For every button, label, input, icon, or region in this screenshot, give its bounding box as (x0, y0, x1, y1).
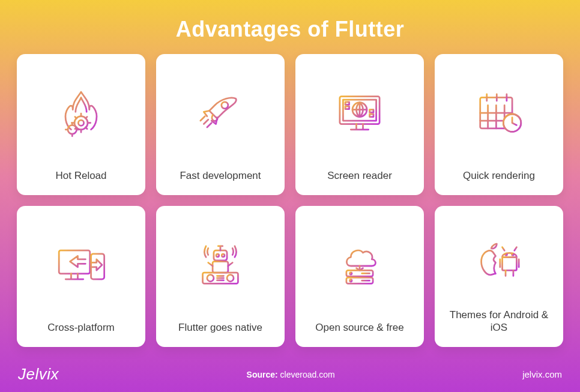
card-grid: Hot Reload Fast development (0, 54, 580, 347)
svg-rect-19 (213, 262, 228, 273)
svg-point-3 (222, 102, 228, 109)
card-label: Fast development (180, 169, 261, 182)
brand-logo: Jelvix (18, 365, 59, 384)
svg-rect-14 (59, 250, 90, 274)
robot-dj-icon (165, 217, 276, 315)
svg-point-22 (227, 275, 234, 282)
monitor-globe-icon (304, 65, 415, 163)
svg-point-25 (350, 273, 352, 274)
svg-rect-9 (370, 114, 373, 117)
svg-point-17 (216, 254, 219, 257)
apple-android-icon (443, 217, 555, 303)
rocket-icon (165, 65, 276, 163)
card-quick-rendering: Quick rendering (435, 54, 563, 195)
svg-point-18 (222, 254, 225, 257)
flame-gear-icon (25, 65, 137, 163)
card-fast-development: Fast development (156, 54, 285, 195)
card-label: Cross-platform (47, 321, 114, 334)
cloud-server-icon (304, 217, 415, 315)
source-value: cleveroad.com (280, 370, 335, 379)
card-label: Screen reader (327, 169, 392, 182)
card-themes: Themes for Android & iOS (435, 206, 563, 347)
card-label: Open source & free (315, 321, 403, 334)
source-attribution: Source: cleveroad.com (247, 370, 335, 379)
card-hot-reload: Hot Reload (17, 54, 145, 195)
card-screen-reader: Screen reader (295, 54, 424, 195)
svg-rect-10 (370, 110, 373, 113)
svg-point-29 (512, 253, 514, 255)
card-open-source: Open source & free (295, 206, 424, 347)
card-flutter-native: Flutter goes native (156, 206, 285, 347)
svg-point-28 (505, 253, 507, 255)
svg-point-26 (350, 280, 352, 282)
monitor-phone-sync-icon (25, 217, 137, 315)
card-label: Themes for Android & iOS (443, 309, 555, 334)
calendar-clock-icon (443, 65, 555, 163)
svg-point-1 (78, 120, 83, 125)
source-prefix: Source: (247, 370, 278, 379)
page-title: Advantages of Flutter (0, 0, 580, 54)
site-link: jelvix.com (522, 369, 562, 379)
svg-rect-8 (345, 106, 349, 109)
svg-point-21 (207, 275, 214, 282)
svg-rect-7 (345, 102, 349, 105)
card-label: Hot Reload (55, 169, 106, 182)
card-cross-platform: Cross-platform (17, 206, 145, 347)
footer: Jelvix Source: cleveroad.com jelvix.com (0, 357, 580, 392)
card-label: Flutter goes native (178, 321, 262, 334)
svg-rect-27 (503, 258, 517, 271)
card-label: Quick rendering (463, 169, 535, 182)
